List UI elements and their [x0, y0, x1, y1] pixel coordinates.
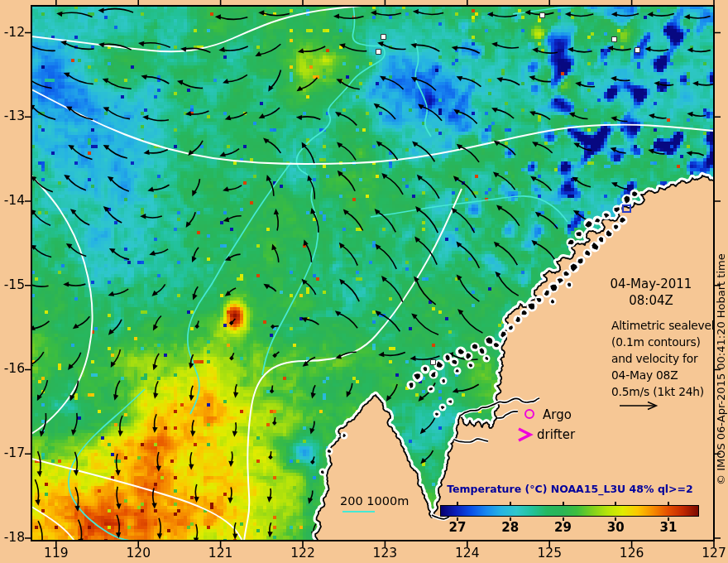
x-tick-label: 127 [696, 546, 728, 561]
x-tick-label: 120 [120, 546, 156, 561]
colorbar-tick [615, 502, 616, 505]
copyright-text: © IMOS 06-Apr-2015 00:41:20 Hobart time [715, 253, 727, 485]
colorbar-gradient [440, 505, 699, 517]
x-tick-label: 123 [366, 546, 403, 561]
x-tick-label: 119 [38, 546, 74, 561]
colorbar-tick [563, 502, 564, 505]
datetime-annotation: 04-May-2011 08:04Z [585, 276, 717, 309]
y-tick-label: -13 [2, 108, 25, 123]
y-tick-label: -16 [2, 361, 25, 376]
colorbar-tick-label: 30 [605, 520, 626, 535]
y-tick-label: -12 [2, 25, 25, 40]
info-line: and velocity for [611, 350, 721, 367]
info-line: 04-May 08Z [611, 367, 721, 383]
info-line: 0.5m/s (1kt 24h) [611, 383, 721, 400]
x-tick-label: 121 [203, 546, 239, 561]
colorbar-tick [510, 502, 511, 505]
depth-contour-sample-line [342, 511, 375, 512]
drifter-icon [515, 426, 535, 444]
colorbar-tick [457, 502, 458, 505]
colorbar-title: Temperature (°C) NOAA15_L3U 48% ql>=2 [439, 483, 701, 495]
argo-label: Argo [543, 407, 572, 422]
velocity-scale-arrow-icon [618, 400, 661, 411]
colorbar-tick-label: 29 [553, 520, 574, 535]
info-line: Altimetric sealevel [611, 317, 721, 334]
drifter-label: drifter [537, 427, 575, 442]
y-tick-label: -14 [2, 193, 25, 208]
argo-float-icon [524, 409, 534, 419]
waypoint-square-marker [622, 205, 631, 213]
y-tick-label: -18 [2, 530, 25, 545]
y-tick-label: -17 [2, 445, 25, 460]
altimetry-info-block: Altimetric sealevel (0.1m contours) and … [611, 317, 721, 400]
x-tick-label: 122 [285, 546, 321, 561]
x-tick-label: 125 [531, 546, 568, 561]
colorbar: Temperature (°C) NOAA15_L3U 48% ql>=2 27… [439, 483, 701, 539]
time-line: 08:04Z [585, 292, 717, 309]
colorbar-tick-label: 31 [658, 520, 679, 535]
x-tick-label: 126 [614, 546, 650, 561]
colorbar-tick [668, 502, 669, 505]
y-tick-label: -15 [2, 277, 25, 292]
colorbar-tick-label: 27 [447, 520, 468, 535]
depth-contour-label: 200 1000m [340, 494, 409, 508]
date-line: 04-May-2011 [585, 276, 717, 292]
x-tick-label: 124 [449, 546, 486, 561]
info-line: (0.1m contours) [611, 334, 721, 350]
sst-map-figure: 119120121122123124125126127 -12-13-14-15… [0, 0, 728, 563]
colorbar-tick-label: 28 [500, 520, 521, 535]
